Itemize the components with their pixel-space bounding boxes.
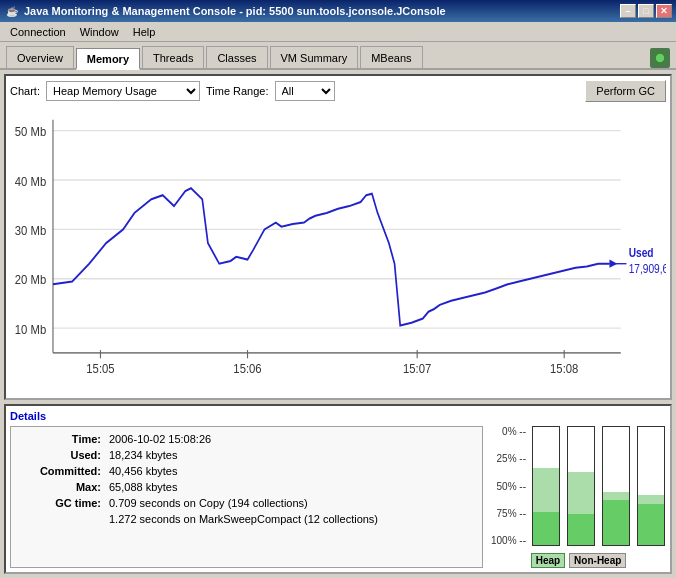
- bar-chart-area: 100% -- 75% -- 50% -- 25% -- 0% --: [491, 426, 666, 568]
- nonheap-bar-1: [602, 426, 630, 546]
- detail-key-max: Max:: [21, 481, 101, 493]
- svg-text:50 Mb: 50 Mb: [15, 124, 46, 139]
- detail-row-max: Max: 65,088 kbytes: [21, 481, 472, 493]
- chart-toolbar: Chart: Heap Memory Usage Non-Heap Memory…: [10, 80, 666, 102]
- heap-button[interactable]: Heap: [531, 553, 565, 568]
- nonheap-bar-2: [637, 426, 665, 546]
- heap-bar-1: [532, 426, 560, 546]
- svg-text:17,909,624: 17,909,624: [629, 262, 666, 275]
- svg-text:10 Mb: 10 Mb: [15, 322, 46, 337]
- chart-area: Chart: Heap Memory Usage Non-Heap Memory…: [4, 74, 672, 400]
- svg-point-0: [655, 53, 665, 63]
- detail-key-gctime: GC time:: [21, 497, 101, 509]
- svg-text:30 Mb: 30 Mb: [15, 223, 46, 238]
- heap-bar-group-2: [565, 426, 596, 546]
- detail-key-used: Used:: [21, 449, 101, 461]
- chart-container: 50 Mb 40 Mb 30 Mb 20 Mb 10 Mb 15:05: [10, 106, 666, 394]
- y-label-0: 0% --: [491, 426, 526, 437]
- svg-text:20 Mb: 20 Mb: [15, 272, 46, 287]
- tab-mbeans[interactable]: MBeans: [360, 46, 422, 68]
- detail-key-time: Time:: [21, 433, 101, 445]
- menu-connection[interactable]: Connection: [4, 25, 72, 39]
- bar-chart-bars: [530, 426, 666, 546]
- y-label-100: 100% --: [491, 535, 526, 546]
- title-bar: ☕ Java Monitoring & Management Console -…: [0, 0, 676, 22]
- nonheap-bar2-used: [638, 504, 664, 545]
- menu-window[interactable]: Window: [74, 25, 125, 39]
- maximize-button[interactable]: □: [638, 4, 654, 18]
- detail-val-time: 2006-10-02 15:08:26: [109, 433, 472, 445]
- detail-key-committed: Committed:: [21, 465, 101, 477]
- tab-threads[interactable]: Threads: [142, 46, 204, 68]
- nonheap-bar-group-1: [600, 426, 631, 546]
- tab-vmsummary[interactable]: VM Summary: [270, 46, 359, 68]
- detail-row-gctime1: GC time: 0.709 seconds on Copy (194 coll…: [21, 497, 472, 509]
- detail-row-used: Used: 18,234 kbytes: [21, 449, 472, 461]
- perform-gc-button[interactable]: Perform GC: [585, 80, 666, 102]
- heap-bar-group-1: [530, 426, 561, 546]
- svg-text:15:05: 15:05: [86, 361, 114, 376]
- detail-row-time: Time: 2006-10-02 15:08:26: [21, 433, 472, 445]
- chart-select[interactable]: Heap Memory Usage Non-Heap Memory Usage: [46, 81, 200, 101]
- tab-classes[interactable]: Classes: [206, 46, 267, 68]
- detail-val-gctime2: 1.272 seconds on MarkSweepCompact (12 co…: [109, 513, 472, 525]
- detail-val-used: 18,234 kbytes: [109, 449, 472, 461]
- svg-text:15:07: 15:07: [403, 361, 431, 376]
- title-bar-title: Java Monitoring & Management Console - p…: [24, 5, 620, 17]
- time-range-select[interactable]: All 1 min 5 min 15 min 30 min 1 hour: [275, 81, 335, 101]
- details-content: Time: 2006-10-02 15:08:26 Used: 18,234 k…: [10, 426, 666, 568]
- y-label-75: 75% --: [491, 508, 526, 519]
- menu-help[interactable]: Help: [127, 25, 162, 39]
- chart-label: Chart:: [10, 85, 40, 97]
- svg-text:40 Mb: 40 Mb: [15, 174, 46, 189]
- title-bar-controls: – □ ✕: [620, 4, 672, 18]
- svg-text:15:06: 15:06: [233, 361, 261, 376]
- heap-bar1-used: [533, 512, 559, 545]
- status-icon: [650, 48, 670, 68]
- detail-val-committed: 40,456 kbytes: [109, 465, 472, 477]
- detail-val-max: 65,088 kbytes: [109, 481, 472, 493]
- tab-bar: Overview Memory Threads Classes VM Summa…: [0, 42, 676, 70]
- close-button[interactable]: ✕: [656, 4, 672, 18]
- bar-chart-y-axis: 100% -- 75% -- 50% -- 25% -- 0% --: [491, 426, 530, 546]
- bar-chart-inner: 100% -- 75% -- 50% -- 25% -- 0% --: [491, 426, 666, 551]
- svg-text:Used: Used: [629, 246, 654, 259]
- nonheap-bar1-used: [603, 500, 629, 545]
- details-title: Details: [10, 410, 666, 422]
- y-label-50: 50% --: [491, 481, 526, 492]
- details-area: Details Time: 2006-10-02 15:08:26 Used: …: [4, 404, 672, 574]
- tab-memory[interactable]: Memory: [76, 48, 140, 70]
- main-content: Chart: Heap Memory Usage Non-Heap Memory…: [0, 70, 676, 578]
- svg-marker-23: [609, 260, 617, 268]
- bar-labels-row: Heap Non-Heap: [491, 553, 666, 568]
- heap-bar-2: [567, 426, 595, 546]
- svg-text:15:08: 15:08: [550, 361, 578, 376]
- tab-overview[interactable]: Overview: [6, 46, 74, 68]
- time-range-label: Time Range:: [206, 85, 269, 97]
- nonheap-button[interactable]: Non-Heap: [569, 553, 626, 568]
- menu-bar: Connection Window Help: [0, 22, 676, 42]
- detail-row-gctime2: 1.272 seconds on MarkSweepCompact (12 co…: [21, 513, 472, 525]
- heap-bar2-used: [568, 514, 594, 545]
- app-icon: ☕: [4, 3, 20, 19]
- nonheap-bar-group-2: [635, 426, 666, 546]
- detail-row-committed: Committed: 40,456 kbytes: [21, 465, 472, 477]
- minimize-button[interactable]: –: [620, 4, 636, 18]
- detail-val-gctime1: 0.709 seconds on Copy (194 collections): [109, 497, 472, 509]
- details-table: Time: 2006-10-02 15:08:26 Used: 18,234 k…: [10, 426, 483, 568]
- y-label-25: 25% --: [491, 453, 526, 464]
